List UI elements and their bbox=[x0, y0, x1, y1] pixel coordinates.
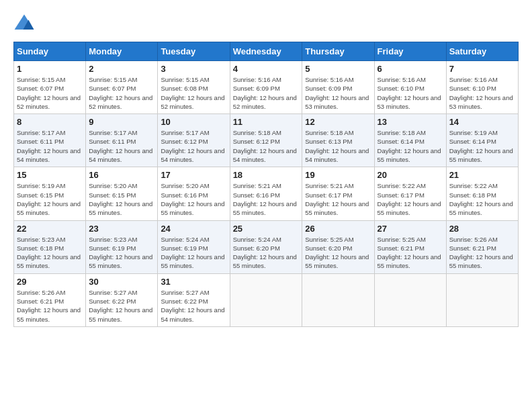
calendar-cell: 14 Sunrise: 5:19 AM Sunset: 6:14 PM Dayl… bbox=[446, 114, 518, 167]
day-number: 18 bbox=[233, 170, 300, 180]
calendar-week-2: 8 Sunrise: 5:17 AM Sunset: 6:11 PM Dayli… bbox=[14, 114, 519, 167]
day-detail: Sunrise: 5:18 AM Sunset: 6:12 PM Dayligh… bbox=[233, 128, 300, 164]
day-number: 22 bbox=[17, 224, 83, 234]
day-number: 19 bbox=[305, 170, 371, 180]
day-detail: Sunrise: 5:17 AM Sunset: 6:11 PM Dayligh… bbox=[17, 128, 83, 164]
calendar-cell: 2 Sunrise: 5:15 AM Sunset: 6:07 PM Dayli… bbox=[86, 61, 158, 114]
day-number: 20 bbox=[378, 170, 443, 180]
day-number: 10 bbox=[161, 117, 226, 127]
day-detail: Sunrise: 5:27 AM Sunset: 6:22 PM Dayligh… bbox=[89, 288, 154, 324]
day-number: 23 bbox=[89, 224, 154, 234]
day-detail: Sunrise: 5:16 AM Sunset: 6:10 PM Dayligh… bbox=[378, 75, 443, 111]
calendar-week-4: 22 Sunrise: 5:23 AM Sunset: 6:18 PM Dayl… bbox=[14, 220, 519, 273]
calendar-cell bbox=[446, 273, 518, 326]
calendar-table: SundayMondayTuesdayWednesdayThursdayFrid… bbox=[13, 42, 519, 327]
calendar-cell: 17 Sunrise: 5:20 AM Sunset: 6:16 PM Dayl… bbox=[158, 167, 230, 220]
calendar-cell bbox=[302, 273, 374, 326]
day-detail: Sunrise: 5:23 AM Sunset: 6:18 PM Dayligh… bbox=[17, 235, 83, 271]
day-detail: Sunrise: 5:20 AM Sunset: 6:15 PM Dayligh… bbox=[89, 181, 154, 217]
calendar-cell: 21 Sunrise: 5:22 AM Sunset: 6:18 PM Dayl… bbox=[446, 167, 518, 220]
dow-header-friday: Friday bbox=[374, 42, 446, 61]
day-detail: Sunrise: 5:15 AM Sunset: 6:08 PM Dayligh… bbox=[161, 75, 226, 111]
day-number: 1 bbox=[17, 64, 83, 74]
day-detail: Sunrise: 5:26 AM Sunset: 6:21 PM Dayligh… bbox=[17, 288, 83, 324]
day-number: 28 bbox=[449, 224, 515, 234]
day-detail: Sunrise: 5:27 AM Sunset: 6:22 PM Dayligh… bbox=[161, 288, 226, 324]
calendar-cell bbox=[374, 273, 446, 326]
calendar-cell: 3 Sunrise: 5:15 AM Sunset: 6:08 PM Dayli… bbox=[158, 61, 230, 114]
day-detail: Sunrise: 5:25 AM Sunset: 6:21 PM Dayligh… bbox=[378, 235, 443, 271]
calendar-week-1: 1 Sunrise: 5:15 AM Sunset: 6:07 PM Dayli… bbox=[14, 61, 519, 114]
calendar-body: 1 Sunrise: 5:15 AM Sunset: 6:07 PM Dayli… bbox=[14, 61, 519, 327]
calendar-cell: 27 Sunrise: 5:25 AM Sunset: 6:21 PM Dayl… bbox=[374, 220, 446, 273]
calendar-cell: 22 Sunrise: 5:23 AM Sunset: 6:18 PM Dayl… bbox=[14, 220, 86, 273]
calendar-cell: 9 Sunrise: 5:17 AM Sunset: 6:11 PM Dayli… bbox=[86, 114, 158, 167]
dow-header-sunday: Sunday bbox=[14, 42, 86, 61]
day-number: 17 bbox=[161, 170, 226, 180]
day-detail: Sunrise: 5:18 AM Sunset: 6:13 PM Dayligh… bbox=[305, 128, 371, 164]
calendar-cell: 13 Sunrise: 5:18 AM Sunset: 6:14 PM Dayl… bbox=[374, 114, 446, 167]
calendar-cell: 12 Sunrise: 5:18 AM Sunset: 6:13 PM Dayl… bbox=[302, 114, 374, 167]
calendar-cell: 16 Sunrise: 5:20 AM Sunset: 6:15 PM Dayl… bbox=[86, 167, 158, 220]
day-number: 27 bbox=[378, 224, 443, 234]
day-number: 3 bbox=[161, 64, 226, 74]
logo-icon bbox=[13, 13, 35, 35]
day-number: 6 bbox=[378, 64, 443, 74]
day-detail: Sunrise: 5:19 AM Sunset: 6:15 PM Dayligh… bbox=[17, 181, 83, 217]
day-detail: Sunrise: 5:22 AM Sunset: 6:18 PM Dayligh… bbox=[449, 181, 515, 217]
day-number: 12 bbox=[305, 117, 371, 127]
calendar-cell: 8 Sunrise: 5:17 AM Sunset: 6:11 PM Dayli… bbox=[14, 114, 86, 167]
day-detail: Sunrise: 5:18 AM Sunset: 6:14 PM Dayligh… bbox=[378, 128, 443, 164]
day-number: 16 bbox=[89, 170, 154, 180]
day-of-week-row: SundayMondayTuesdayWednesdayThursdayFrid… bbox=[14, 42, 519, 61]
calendar-cell: 26 Sunrise: 5:25 AM Sunset: 6:20 PM Dayl… bbox=[302, 220, 374, 273]
day-detail: Sunrise: 5:16 AM Sunset: 6:10 PM Dayligh… bbox=[449, 75, 515, 111]
calendar-header bbox=[13, 13, 519, 35]
day-detail: Sunrise: 5:15 AM Sunset: 6:07 PM Dayligh… bbox=[17, 75, 83, 111]
day-detail: Sunrise: 5:25 AM Sunset: 6:20 PM Dayligh… bbox=[305, 235, 371, 271]
calendar-week-5: 29 Sunrise: 5:26 AM Sunset: 6:21 PM Dayl… bbox=[14, 273, 519, 326]
calendar-cell: 11 Sunrise: 5:18 AM Sunset: 6:12 PM Dayl… bbox=[230, 114, 302, 167]
logo bbox=[13, 13, 38, 35]
day-number: 8 bbox=[17, 117, 83, 127]
day-number: 24 bbox=[161, 224, 226, 234]
calendar-cell: 28 Sunrise: 5:26 AM Sunset: 6:21 PM Dayl… bbox=[446, 220, 518, 273]
calendar-cell: 18 Sunrise: 5:21 AM Sunset: 6:16 PM Dayl… bbox=[230, 167, 302, 220]
calendar-cell: 30 Sunrise: 5:27 AM Sunset: 6:22 PM Dayl… bbox=[86, 273, 158, 326]
day-number: 2 bbox=[89, 64, 154, 74]
calendar-cell: 5 Sunrise: 5:16 AM Sunset: 6:09 PM Dayli… bbox=[302, 61, 374, 114]
calendar-cell: 24 Sunrise: 5:24 AM Sunset: 6:19 PM Dayl… bbox=[158, 220, 230, 273]
day-number: 25 bbox=[233, 224, 300, 234]
day-number: 29 bbox=[17, 277, 83, 287]
day-detail: Sunrise: 5:16 AM Sunset: 6:09 PM Dayligh… bbox=[305, 75, 371, 111]
calendar-cell: 29 Sunrise: 5:26 AM Sunset: 6:21 PM Dayl… bbox=[14, 273, 86, 326]
day-detail: Sunrise: 5:21 AM Sunset: 6:17 PM Dayligh… bbox=[305, 181, 371, 217]
calendar-cell: 15 Sunrise: 5:19 AM Sunset: 6:15 PM Dayl… bbox=[14, 167, 86, 220]
day-detail: Sunrise: 5:15 AM Sunset: 6:07 PM Dayligh… bbox=[89, 75, 154, 111]
calendar-cell: 25 Sunrise: 5:24 AM Sunset: 6:20 PM Dayl… bbox=[230, 220, 302, 273]
dow-header-saturday: Saturday bbox=[446, 42, 518, 61]
calendar-cell: 23 Sunrise: 5:23 AM Sunset: 6:19 PM Dayl… bbox=[86, 220, 158, 273]
day-number: 14 bbox=[449, 117, 515, 127]
calendar-cell bbox=[230, 273, 302, 326]
day-number: 21 bbox=[449, 170, 515, 180]
day-number: 4 bbox=[233, 64, 300, 74]
day-detail: Sunrise: 5:22 AM Sunset: 6:17 PM Dayligh… bbox=[378, 181, 443, 217]
day-number: 13 bbox=[378, 117, 443, 127]
day-number: 5 bbox=[305, 64, 371, 74]
day-detail: Sunrise: 5:26 AM Sunset: 6:21 PM Dayligh… bbox=[449, 235, 515, 271]
day-detail: Sunrise: 5:24 AM Sunset: 6:20 PM Dayligh… bbox=[233, 235, 300, 271]
day-detail: Sunrise: 5:19 AM Sunset: 6:14 PM Dayligh… bbox=[449, 128, 515, 164]
day-detail: Sunrise: 5:16 AM Sunset: 6:09 PM Dayligh… bbox=[233, 75, 300, 111]
calendar-cell: 31 Sunrise: 5:27 AM Sunset: 6:22 PM Dayl… bbox=[158, 273, 230, 326]
dow-header-thursday: Thursday bbox=[302, 42, 374, 61]
day-detail: Sunrise: 5:23 AM Sunset: 6:19 PM Dayligh… bbox=[89, 235, 154, 271]
day-detail: Sunrise: 5:21 AM Sunset: 6:16 PM Dayligh… bbox=[233, 181, 300, 217]
calendar-cell: 10 Sunrise: 5:17 AM Sunset: 6:12 PM Dayl… bbox=[158, 114, 230, 167]
day-number: 30 bbox=[89, 277, 154, 287]
calendar-cell: 20 Sunrise: 5:22 AM Sunset: 6:17 PM Dayl… bbox=[374, 167, 446, 220]
day-detail: Sunrise: 5:17 AM Sunset: 6:12 PM Dayligh… bbox=[161, 128, 226, 164]
dow-header-tuesday: Tuesday bbox=[158, 42, 230, 61]
calendar-cell: 6 Sunrise: 5:16 AM Sunset: 6:10 PM Dayli… bbox=[374, 61, 446, 114]
day-detail: Sunrise: 5:24 AM Sunset: 6:19 PM Dayligh… bbox=[161, 235, 226, 271]
